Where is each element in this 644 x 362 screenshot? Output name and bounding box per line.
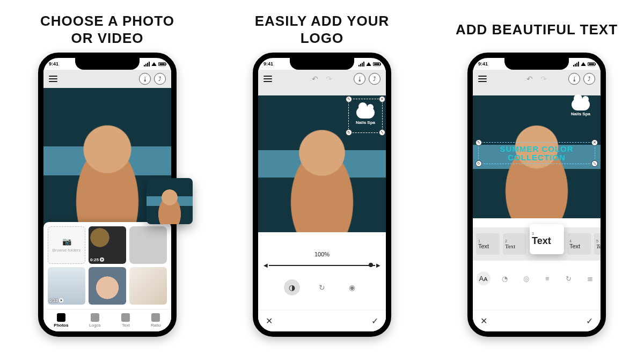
rotate-tool[interactable]: ↻ bbox=[314, 279, 330, 295]
heading: ADD BEAUTIFUL TEXT bbox=[456, 11, 618, 48]
visibility-tool[interactable]: ◉ bbox=[344, 279, 360, 295]
photos-icon bbox=[57, 313, 65, 322]
selected-media-preview[interactable] bbox=[147, 178, 193, 224]
heading: CHOOSE A PHOTO OR VIDEO bbox=[40, 11, 174, 48]
battery-icon bbox=[588, 62, 595, 66]
confirm-bar: ✕ ✓ bbox=[258, 310, 386, 331]
wifi-icon bbox=[151, 62, 157, 66]
menu-button[interactable] bbox=[478, 76, 487, 82]
gallery-thumb[interactable] bbox=[129, 267, 167, 305]
browse-folders-button[interactable]: 📷 Browse folders bbox=[48, 226, 85, 264]
play-icon bbox=[59, 298, 63, 302]
logos-icon bbox=[91, 313, 99, 322]
text-overlay[interactable]: ✎ ✕ ↻ ⤡ SUMMER COLOR COLLECTION bbox=[478, 142, 595, 165]
cancel-button[interactable]: ✕ bbox=[266, 316, 273, 326]
canvas-area: Nails Spa ✎ ✕ ↻ ⤡ SUMMER COLOR COLLECTIO… bbox=[473, 95, 601, 331]
phone-notch bbox=[290, 58, 354, 70]
signal-icon bbox=[358, 62, 364, 67]
share-button[interactable]: ⤴ bbox=[154, 73, 166, 85]
slider-track[interactable] bbox=[269, 265, 375, 266]
font-option-3[interactable]: 3Text bbox=[530, 224, 564, 254]
font-sample: Text bbox=[569, 243, 580, 249]
font-sample: Text bbox=[596, 243, 606, 249]
phone-frame: 9:41 ↶ ↷ ⭳ ⤴ bbox=[467, 53, 606, 337]
divider bbox=[258, 88, 386, 95]
thumb-duration: 0:10 bbox=[49, 298, 58, 303]
status-time: 9:41 bbox=[264, 61, 273, 67]
confirm-button[interactable]: ✓ bbox=[586, 316, 593, 326]
logo-overlay[interactable]: ✎ ✕ ↻ ⤡ Nails Spa bbox=[348, 99, 383, 133]
overlay-text: SUMMER COLOR COLLECTION bbox=[482, 145, 591, 162]
logo-text: Nails Spa bbox=[571, 112, 590, 116]
main-photo[interactable]: Nails Spa ✎ ✕ ↻ ⤡ SUMMER COLOR COLLECTIO… bbox=[473, 95, 601, 218]
wifi-icon bbox=[581, 62, 586, 66]
undo-button[interactable]: ↶ bbox=[526, 75, 533, 83]
share-button[interactable]: ⤴ bbox=[369, 73, 380, 85]
handle-delete[interactable]: ✕ bbox=[379, 96, 385, 102]
download-button[interactable]: ⭳ bbox=[354, 73, 365, 85]
handle-edit[interactable]: ✎ bbox=[346, 96, 352, 102]
battery-icon bbox=[373, 62, 380, 66]
undo-button[interactable]: ↶ bbox=[312, 75, 318, 83]
tab-photos[interactable]: Photos bbox=[54, 313, 68, 328]
phone-notch bbox=[504, 58, 569, 70]
battery-icon bbox=[158, 62, 166, 66]
lineheight-tool[interactable]: ≡ bbox=[540, 271, 554, 285]
gallery-thumb[interactable]: 0:25 bbox=[89, 226, 126, 264]
handle-rotate[interactable]: ↻ bbox=[346, 129, 352, 136]
tab-label: Logos bbox=[89, 323, 101, 328]
font-option-5[interactable]: 5Text bbox=[594, 233, 606, 255]
confirm-button[interactable]: ✓ bbox=[371, 316, 378, 326]
main-photo[interactable]: ✎ ✕ ↻ ⤡ Nails Spa bbox=[258, 95, 386, 232]
zoom-slider[interactable]: 100% ◀ ▶ bbox=[264, 251, 380, 271]
signal-icon bbox=[144, 62, 150, 67]
align-tool[interactable]: ≣ bbox=[583, 271, 597, 285]
share-button[interactable]: ⤴ bbox=[583, 73, 595, 85]
redo-button[interactable]: ↷ bbox=[326, 75, 332, 83]
download-button[interactable]: ⭳ bbox=[139, 73, 151, 85]
handle-resize[interactable]: ⤡ bbox=[591, 160, 598, 167]
tab-label: Photos bbox=[54, 323, 68, 328]
tab-label: Text bbox=[122, 323, 130, 328]
text-tool-row: Aᴀ ◔ ◎ ≡ ↻ ≣ bbox=[473, 268, 601, 289]
tab-text[interactable]: Text bbox=[121, 313, 130, 328]
handle-resize[interactable]: ⤡ bbox=[379, 129, 385, 136]
gallery-thumb[interactable] bbox=[129, 226, 167, 264]
menu-button[interactable] bbox=[264, 76, 272, 82]
gallery-thumb[interactable]: 0:10 bbox=[48, 267, 85, 305]
rotate-tool[interactable]: ↻ bbox=[561, 271, 575, 285]
redo-button[interactable]: ↷ bbox=[540, 75, 547, 83]
handle-delete[interactable]: ✕ bbox=[591, 139, 598, 146]
font-sample: Text bbox=[505, 243, 515, 249]
slider-knob[interactable] bbox=[369, 263, 373, 267]
status-time: 9:41 bbox=[49, 61, 58, 67]
arrow-left-icon: ◀ bbox=[264, 262, 268, 268]
thumb-duration: 0:25 bbox=[90, 257, 99, 262]
cancel-button[interactable]: ✕ bbox=[480, 316, 487, 326]
text-icon bbox=[121, 313, 130, 322]
menu-button[interactable] bbox=[49, 76, 57, 82]
color-tool[interactable]: ◔ bbox=[497, 271, 511, 285]
tab-logos[interactable]: Logos bbox=[89, 313, 101, 328]
arrow-right-icon: ▶ bbox=[376, 262, 380, 268]
signal-icon bbox=[573, 62, 579, 67]
phone-frame: 9:41 ↶ ↷ ⭳ ⤴ bbox=[253, 53, 391, 337]
tab-ratio[interactable]: Ratio bbox=[151, 313, 161, 328]
download-button[interactable]: ⭳ bbox=[568, 73, 580, 85]
shadow-tool[interactable]: ◎ bbox=[519, 271, 533, 285]
font-option-1[interactable]: 1Text bbox=[476, 233, 500, 255]
font-tool[interactable]: Aᴀ bbox=[477, 271, 491, 285]
logo-text: Nails Spa bbox=[356, 120, 375, 125]
font-sample: Text bbox=[478, 243, 489, 249]
font-option-2[interactable]: 2Text bbox=[503, 233, 526, 255]
status-time: 9:41 bbox=[478, 61, 488, 67]
handle-rotate[interactable]: ↻ bbox=[475, 160, 482, 167]
handle-edit[interactable]: ✎ bbox=[475, 139, 482, 146]
opacity-tool[interactable]: ◑ bbox=[284, 279, 300, 295]
wifi-icon bbox=[366, 62, 371, 66]
app-topbar: ↶ ↷ ⭳ ⤴ bbox=[258, 70, 386, 88]
gallery-thumb[interactable] bbox=[89, 267, 126, 305]
divider bbox=[473, 88, 601, 95]
font-option-4[interactable]: 4Text bbox=[567, 233, 591, 255]
tab-label: Ratio bbox=[151, 323, 161, 328]
